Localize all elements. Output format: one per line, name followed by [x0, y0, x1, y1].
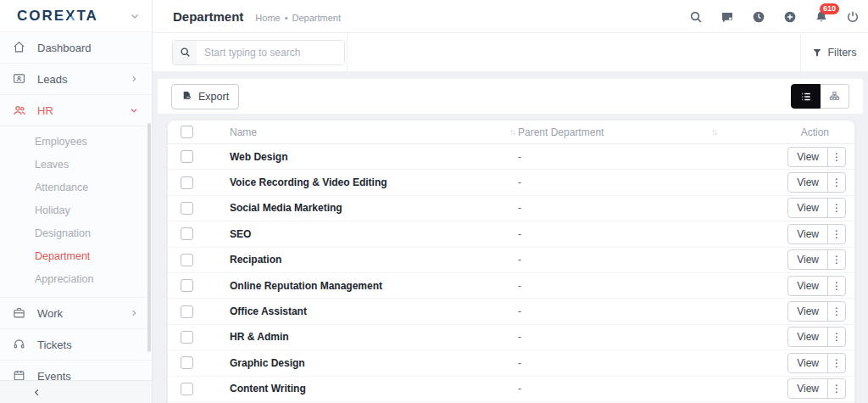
chevron-down-icon[interactable] [130, 11, 140, 21]
row-checkbox[interactable] [181, 202, 193, 215]
kebab-menu-icon[interactable]: ⋮ [827, 148, 845, 166]
page-title: Department [173, 0, 243, 33]
collapse-sidebar-icon[interactable] [32, 388, 42, 397]
file-export-icon [181, 91, 192, 102]
view-button[interactable]: View [788, 302, 827, 321]
sort-icon[interactable]: ↑↓ [711, 127, 716, 137]
search-icon[interactable] [689, 10, 703, 24]
row-parent-cell: - [518, 228, 726, 240]
search-section [153, 33, 348, 71]
parent-department-value: - [518, 202, 521, 214]
row-checkbox[interactable] [181, 254, 193, 266]
sidebar-item-hr[interactable]: HR [0, 95, 152, 126]
department-name: HR & Admin [230, 331, 289, 343]
top-header: Department Home•Department [153, 0, 868, 33]
row-checkbox[interactable] [181, 356, 193, 369]
parent-department-value: - [518, 331, 521, 343]
kebab-menu-icon[interactable]: ⋮ [827, 225, 845, 243]
home-icon [13, 41, 26, 54]
kebab-menu-icon[interactable]: ⋮ [827, 354, 845, 372]
row-checkbox[interactable] [181, 150, 193, 163]
view-button[interactable]: View [788, 327, 827, 346]
parent-department-value: - [518, 176, 521, 188]
view-button[interactable]: View [788, 148, 827, 166]
row-name-cell: Content Writing [230, 383, 518, 395]
table-row: Online Reputation Management - View ⋮ [168, 273, 854, 299]
kebab-menu-icon[interactable]: ⋮ [827, 199, 845, 217]
row-checkbox[interactable] [181, 279, 193, 292]
header-parent-department[interactable]: Parent Department ↑↓ [518, 126, 726, 138]
sort-icon[interactable]: ↑↓ [509, 127, 515, 137]
select-all-checkbox[interactable] [181, 126, 193, 138]
search-input[interactable] [197, 41, 344, 64]
view-button[interactable]: View [788, 225, 827, 243]
row-checkbox[interactable] [181, 227, 193, 240]
list-view-toggle[interactable] [791, 84, 821, 109]
list-icon [800, 91, 812, 103]
row-checkbox[interactable] [181, 383, 193, 395]
table-row: SEO - View ⋮ [168, 221, 854, 247]
sidebar-item-leads[interactable]: Leads [0, 64, 152, 95]
row-checkbox-cell [168, 227, 230, 240]
row-checkbox[interactable] [181, 331, 193, 344]
kebab-menu-icon[interactable]: ⋮ [827, 327, 845, 346]
breadcrumb-separator: • [285, 13, 288, 23]
view-button[interactable]: View [788, 379, 827, 398]
breadcrumb-home[interactable]: Home [255, 13, 280, 23]
filters-button[interactable]: Filters [800, 33, 868, 71]
sidebar-item-appreciation[interactable]: Appreciation [0, 267, 152, 290]
topbar-icons: 610 [689, 0, 860, 33]
row-parent-cell: - [518, 151, 726, 163]
kebab-menu-icon[interactable]: ⋮ [827, 302, 845, 321]
sidebar-scrollbar[interactable] [147, 123, 151, 352]
department-name: Online Reputation Management [230, 280, 382, 292]
row-name-cell: Recipation [230, 254, 518, 266]
kebab-menu-icon[interactable]: ⋮ [827, 379, 845, 398]
row-name-cell: Graphic Design [230, 357, 518, 369]
view-button[interactable]: View [788, 199, 827, 217]
sidebar: COREXTA Dashboard Leads HR [0, 0, 153, 403]
sidebar-item-work[interactable]: Work [0, 298, 152, 329]
sidebar-item-leaves[interactable]: Leaves [0, 153, 152, 176]
chevron-right-icon [130, 309, 138, 317]
header-name[interactable]: Name ↑↓ [230, 126, 518, 138]
add-icon[interactable] [783, 10, 797, 24]
tree-view-toggle[interactable] [821, 84, 849, 109]
kebab-menu-icon[interactable]: ⋮ [827, 173, 845, 192]
submenu-label: Employees [35, 136, 87, 148]
sidebar-footer [0, 380, 152, 403]
row-action-cell: View ⋮ [726, 198, 854, 218]
department-name: Content Writing [230, 383, 306, 395]
view-button[interactable]: View [788, 250, 827, 269]
power-icon[interactable] [846, 10, 860, 24]
sidebar-item-holiday[interactable]: Holiday [0, 199, 152, 221]
row-action-cell: View ⋮ [726, 224, 854, 244]
row-parent-cell: - [518, 176, 726, 188]
departments-table: Name ↑↓ Parent Department ↑↓ Action Web … [168, 120, 854, 403]
sidebar-item-employees[interactable]: Employees [0, 130, 152, 153]
sidebar-item-dashboard[interactable]: Dashboard [0, 32, 152, 64]
kebab-menu-icon[interactable]: ⋮ [827, 250, 845, 269]
submenu-label: Attendance [35, 182, 88, 193]
department-name: Voice Recording & Video Editing [230, 176, 387, 188]
sidebar-item-designation[interactable]: Designation [0, 221, 152, 244]
messages-icon[interactable] [721, 10, 734, 24]
export-label: Export [198, 91, 229, 103]
parent-department-value: - [518, 228, 521, 240]
row-action-group: View ⋮ [787, 249, 846, 270]
row-checkbox[interactable] [181, 176, 193, 189]
sidebar-item-department[interactable]: Department [0, 244, 152, 267]
row-checkbox[interactable] [181, 305, 193, 318]
sidebar-item-attendance[interactable]: Attendance [0, 176, 152, 199]
clock-icon[interactable] [752, 10, 765, 24]
view-button[interactable]: View [788, 354, 827, 372]
notifications-bell-icon[interactable]: 610 [815, 10, 828, 24]
row-action-cell: View ⋮ [726, 327, 854, 347]
export-button[interactable]: Export [171, 84, 239, 109]
parent-department-value: - [518, 305, 521, 317]
logo-bar: COREXTA [0, 0, 152, 32]
sidebar-item-tickets[interactable]: Tickets [0, 329, 152, 361]
view-button[interactable]: View [788, 277, 827, 295]
view-button[interactable]: View [788, 173, 827, 192]
kebab-menu-icon[interactable]: ⋮ [827, 277, 845, 295]
